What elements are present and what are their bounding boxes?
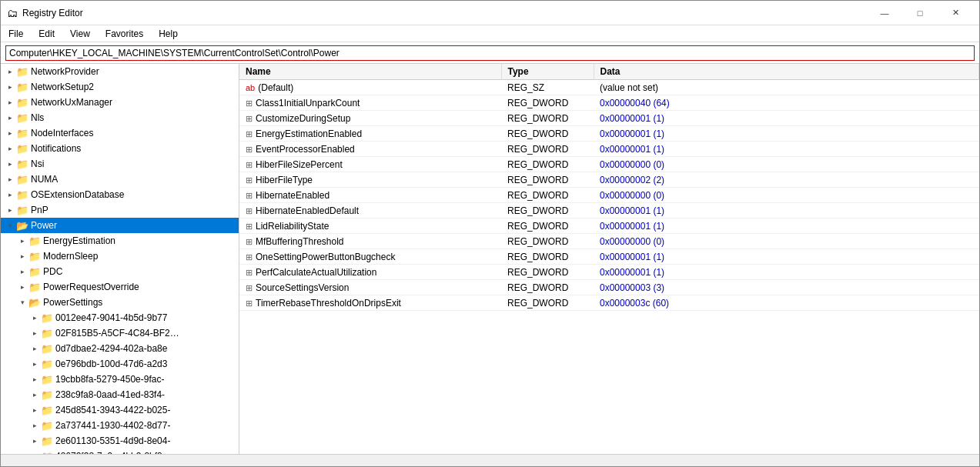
tree-item[interactable]: ▸📁19cbb8fa-5279-450e-9fac- — [1, 372, 239, 387]
expand-icon[interactable]: ▸ — [4, 173, 16, 185]
tree-item[interactable]: ▸📁ModernSleep — [1, 249, 239, 264]
expand-icon[interactable]: ▾ — [4, 219, 16, 232]
expand-icon[interactable]: ▸ — [28, 327, 41, 339]
expand-icon[interactable]: ▸ — [28, 404, 41, 416]
menu-view[interactable]: View — [62, 25, 98, 42]
expand-icon[interactable]: ▸ — [16, 265, 28, 278]
reg-data-cell: 0x00000000 (0) — [594, 234, 979, 249]
horizontal-scrollbar[interactable] — [1, 454, 979, 466]
tree-item[interactable]: ▸📁NetworkUxManager — [1, 95, 239, 110]
folder-icon: 📁 — [41, 374, 53, 385]
tree-item[interactable]: ▸📁0d7dbae2-4294-402a-ba8e — [1, 341, 239, 356]
expand-icon[interactable]: ▸ — [4, 188, 16, 201]
table-row[interactable]: ⊞Class1InitialUnparkCountREG_DWORD0x0000… — [239, 95, 979, 111]
tree-item[interactable]: ▸📁PnP — [1, 202, 239, 218]
expand-icon[interactable]: ▸ — [16, 250, 28, 262]
table-row[interactable]: ⊞HiberFileSizePercentREG_DWORD0x00000000… — [239, 157, 979, 172]
table-row[interactable]: ⊞CustomizeDuringSetupREG_DWORD0x00000001… — [239, 111, 979, 126]
table-row[interactable]: ab(Default)REG_SZ(value not set) — [239, 80, 979, 95]
table-row[interactable]: ⊞HiberFileTypeREG_DWORD0x00000002 (2) — [239, 172, 979, 188]
tree-item[interactable]: ▸📁Notifications — [1, 141, 239, 156]
table-row[interactable]: ⊞SourceSettingsVersionREG_DWORD0x0000000… — [239, 280, 979, 295]
tree-item[interactable]: ▸📁2a737441-1930-4402-8d77- — [1, 418, 239, 433]
expand-icon[interactable]: ▸ — [4, 158, 16, 170]
registry-editor-window: 🗂 Registry Editor — □ ✕ File Edit View F… — [0, 0, 980, 467]
minimize-button[interactable]: — — [867, 1, 902, 25]
tree-item[interactable]: ▸📁238c9fa8-0aad-41ed-83f4- — [1, 387, 239, 402]
tree-item[interactable]: ▾📂PowerSettings — [1, 295, 239, 310]
table-row[interactable]: ⊞MfBufferingThresholdREG_DWORD0x00000000… — [239, 234, 979, 249]
expand-icon[interactable]: ▸ — [4, 81, 16, 93]
close-button[interactable]: ✕ — [938, 1, 973, 25]
table-row[interactable]: ⊞HibernateEnabledDefaultREG_DWORD0x00000… — [239, 203, 979, 218]
tree-pane: ▸📁NetworkProvider▸📁NetworkSetup2▸📁Networ… — [1, 64, 239, 454]
expand-icon[interactable]: ▸ — [16, 235, 28, 247]
expand-icon[interactable]: ▸ — [28, 312, 41, 324]
tree-item[interactable]: ▸📁245d8541-3943-4422-b025- — [1, 402, 239, 418]
tree-item[interactable]: ▸📁48672f38-7a9a-4bb2-8bf8- — [1, 449, 239, 454]
tree-item[interactable]: ▸📁OSExtensionDatabase — [1, 187, 239, 202]
expand-icon[interactable]: ▸ — [28, 435, 41, 447]
table-row[interactable]: ⊞EnergyEstimationEnabledREG_DWORD0x00000… — [239, 126, 979, 142]
tree-item[interactable]: ▸📁NodeInterfaces — [1, 125, 239, 141]
table-row[interactable]: ⊞EventProcessorEnabledREG_DWORD0x0000000… — [239, 142, 979, 157]
reg-type-cell: REG_DWORD — [501, 234, 594, 249]
reg-type-cell: REG_DWORD — [501, 265, 594, 280]
expand-icon[interactable]: ▸ — [4, 65, 16, 78]
tree-item-label: 2e601130-5351-4d9d-8e04- — [55, 435, 170, 446]
reg-type-cell: REG_DWORD — [501, 142, 594, 157]
tree-item[interactable]: ▸📁NetworkSetup2 — [1, 79, 239, 95]
tree-item[interactable]: ▸📁Nsi — [1, 156, 239, 172]
expand-icon[interactable]: ▸ — [16, 281, 28, 293]
folder-icon: 📁 — [28, 251, 41, 262]
tree-item[interactable]: ▸📁0e796bdb-100d-47d6-a2d3 — [1, 356, 239, 372]
tree-item[interactable]: ▸📁0012ee47-9041-4b5d-9b77 — [1, 310, 239, 325]
tree-item[interactable]: ▸📁NUMA — [1, 172, 239, 187]
reg-dword-icon: ⊞ — [246, 191, 253, 200]
expand-icon[interactable]: ▸ — [28, 358, 41, 370]
tree-item[interactable]: ▸📁EnergyEstimation — [1, 233, 239, 249]
maximize-button[interactable]: □ — [902, 1, 938, 25]
reg-name-cell: ⊞OneSettingPowerButtonBugcheck — [239, 249, 501, 265]
expand-icon[interactable]: ▸ — [4, 204, 16, 216]
menu-file[interactable]: File — [1, 25, 31, 42]
menu-edit[interactable]: Edit — [31, 25, 62, 42]
reg-type-cell: REG_DWORD — [501, 218, 594, 234]
table-row[interactable]: ⊞LidReliabilityStateREG_DWORD0x00000001 … — [239, 218, 979, 234]
expand-icon[interactable]: ▸ — [28, 389, 41, 401]
tree-item[interactable]: ▸📁02F815B5-A5CF-4C84-BF2… — [1, 325, 239, 341]
expand-icon[interactable]: ▾ — [16, 296, 28, 309]
reg-data-cell: 0x00000001 (1) — [594, 126, 979, 142]
expand-icon[interactable]: ▸ — [4, 127, 16, 139]
reg-dword-icon: ⊞ — [246, 252, 253, 262]
tree-item[interactable]: ▸📁Nls — [1, 110, 239, 125]
expand-icon[interactable]: ▸ — [4, 142, 16, 155]
table-row[interactable]: ⊞PerfCalculateActualUtilizationREG_DWORD… — [239, 265, 979, 280]
expand-icon[interactable]: ▸ — [28, 373, 41, 385]
menu-favorites[interactable]: Favorites — [98, 25, 151, 42]
menu-help[interactable]: Help — [151, 25, 186, 42]
expand-icon[interactable]: ▸ — [4, 112, 16, 124]
tree-item-label: 0d7dbae2-4294-402a-ba8e — [55, 343, 167, 354]
tree-item-label: NodeInterfaces — [31, 128, 93, 138]
tree-item[interactable]: ▸📁NetworkProvider — [1, 64, 239, 79]
address-input[interactable] — [5, 45, 975, 61]
expand-icon[interactable]: ▸ — [28, 419, 41, 432]
tree-item[interactable]: ▸📁PowerRequestOverride — [1, 279, 239, 295]
table-row[interactable]: ⊞OneSettingPowerButtonBugcheckREG_DWORD0… — [239, 249, 979, 265]
reg-name-cell: ⊞HibernateEnabledDefault — [239, 203, 501, 218]
reg-data-cell: 0x00000000 (0) — [594, 157, 979, 172]
expand-icon[interactable]: ▸ — [4, 96, 16, 108]
reg-type-cell: REG_DWORD — [501, 249, 594, 265]
table-row[interactable]: ⊞TimerRebaseThresholdOnDripsExitREG_DWOR… — [239, 295, 979, 311]
tree-item-label: Nls — [31, 112, 44, 123]
tree-item[interactable]: ▸📁2e601130-5351-4d9d-8e04- — [1, 433, 239, 449]
tree-item-label: ModernSleep — [43, 251, 98, 262]
menu-bar: File Edit View Favorites Help — [1, 25, 979, 42]
reg-data-cell: 0x00000001 (1) — [594, 203, 979, 218]
registry-pane: Name Type Data ab(Default)REG_SZ(value n… — [239, 64, 979, 454]
tree-item[interactable]: ▾📂Power — [1, 218, 239, 233]
table-row[interactable]: ⊞HibernateEnabledREG_DWORD0x00000000 (0) — [239, 188, 979, 203]
expand-icon[interactable]: ▸ — [28, 342, 41, 355]
tree-item[interactable]: ▸📁PDC — [1, 264, 239, 279]
